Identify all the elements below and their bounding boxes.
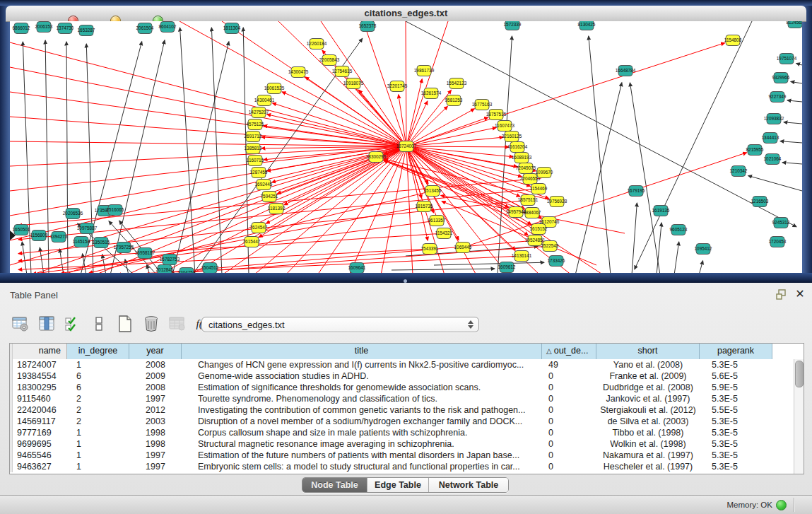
graph-node[interactable]: 1504512 bbox=[201, 263, 219, 274]
graph-node[interactable]: 22005843 bbox=[319, 55, 340, 66]
cell-out_degree[interactable]: 0 bbox=[542, 404, 596, 416]
graph-node[interactable]: 1615152 bbox=[530, 224, 548, 235]
graph-node[interactable]: 2516065 bbox=[107, 205, 124, 216]
column-header-in_degree[interactable]: in_degree bbox=[67, 344, 129, 359]
cell-year[interactable]: 1998 bbox=[129, 438, 182, 450]
cell-out_degree[interactable]: 0 bbox=[542, 370, 596, 382]
graph-node[interactable]: 11607473 bbox=[495, 121, 514, 132]
cell-out_degree[interactable]: 0 bbox=[542, 438, 596, 450]
graph-node[interactable]: 2006153 bbox=[35, 22, 53, 33]
cell-title[interactable]: Genome-wide association studies in ADHD. bbox=[182, 370, 542, 382]
cell-name[interactable]: 9463627 bbox=[13, 461, 67, 472]
graph-node[interactable]: 9605123 bbox=[670, 225, 688, 235]
graph-node[interactable]: 1619135 bbox=[652, 206, 670, 216]
cell-pagerank[interactable]: 5.6E-5 bbox=[700, 370, 772, 382]
tab-edge-table[interactable]: Edge Table bbox=[367, 478, 429, 492]
cell-name[interactable]: 9777169 bbox=[13, 427, 67, 438]
cell-name[interactable]: 18724007 bbox=[13, 359, 67, 370]
cell-in_degree[interactable]: 1 bbox=[67, 461, 129, 472]
cell-out_degree[interactable]: 0 bbox=[542, 427, 596, 438]
graph-node[interactable]: 19861739 bbox=[414, 66, 435, 76]
cell-name[interactable]: 22420046 bbox=[13, 404, 67, 416]
graph-node[interactable]: 14300475 bbox=[288, 67, 309, 78]
cell-out_degree[interactable]: 0 bbox=[542, 461, 596, 472]
network-canvas[interactable]: 6866012200615313747301653287206150486041… bbox=[10, 21, 802, 275]
table-row[interactable]: 911546021997Tourette syndrome. Phenomeno… bbox=[10, 393, 804, 404]
graph-node[interactable]: 17957255 bbox=[114, 243, 134, 253]
graph-node[interactable]: 14300461 bbox=[254, 95, 275, 106]
table-row[interactable]: 1830029562008Estimation of significance … bbox=[10, 382, 804, 393]
graph-node[interactable]: 16775163 bbox=[472, 100, 493, 110]
graph-node[interactable]: 1385813 bbox=[245, 144, 262, 154]
cell-in_degree[interactable]: 1 bbox=[67, 450, 129, 461]
column-header-short[interactable]: short bbox=[596, 344, 700, 359]
cell-pagerank[interactable]: 5.3E-5 bbox=[700, 359, 772, 370]
cell-pagerank[interactable]: 5.3E-5 bbox=[700, 461, 772, 472]
graph-node[interactable]: 8130425 bbox=[578, 21, 596, 30]
graph-node[interactable]: 7543391 bbox=[421, 244, 439, 255]
graph-node[interactable]: 14136141 bbox=[512, 251, 532, 262]
cell-year[interactable]: 1997 bbox=[129, 450, 182, 461]
graph-node[interactable]: 1811304 bbox=[223, 23, 241, 34]
graph-node[interactable]: 1679195 bbox=[628, 186, 645, 197]
graph-node[interactable]: 32201745 bbox=[387, 81, 408, 92]
graph-node[interactable]: 1652378 bbox=[359, 21, 377, 32]
table-row[interactable]: 1456911722003Disruption of a novel membe… bbox=[10, 416, 804, 427]
graph-node[interactable]: 1650501 bbox=[13, 225, 30, 235]
graph-node[interactable]: 1513455 bbox=[424, 186, 442, 197]
cell-short[interactable]: Franke et al. (2009) bbox=[596, 370, 700, 382]
graph-node[interactable]: 16061525 bbox=[264, 83, 285, 94]
cell-pagerank[interactable]: 5.3E-5 bbox=[700, 427, 772, 438]
graph-node[interactable]: 2061504 bbox=[136, 23, 154, 34]
graph-node[interactable]: 1394273 bbox=[50, 232, 68, 243]
cell-year[interactable]: 2003 bbox=[129, 416, 182, 427]
cell-title[interactable]: Estimation of the future numbers of pati… bbox=[182, 450, 542, 461]
graph-node[interactable]: 12260184 bbox=[307, 39, 327, 49]
table-row[interactable]: 1872400712008Changes of HCN gene express… bbox=[10, 359, 804, 370]
graph-node[interactable]: 20206536 bbox=[63, 209, 83, 219]
cell-in_degree[interactable]: 6 bbox=[67, 382, 129, 393]
column-header-title[interactable]: title bbox=[182, 344, 542, 359]
cell-year[interactable]: 2012 bbox=[129, 404, 182, 416]
graph-node[interactable]: 1099670 bbox=[536, 168, 553, 178]
graph-node[interactable]: 12093832 bbox=[764, 114, 784, 124]
graph-node[interactable]: 6866012 bbox=[13, 23, 30, 34]
cell-out_degree[interactable]: 0 bbox=[542, 393, 596, 404]
stacked-squares-icon[interactable] bbox=[88, 313, 110, 334]
cell-short[interactable]: Tibbo et al. (1998) bbox=[596, 427, 700, 438]
cell-out_degree[interactable]: 0 bbox=[542, 450, 596, 461]
graph-node[interactable]: 2522543 bbox=[541, 241, 559, 252]
graph-node[interactable]: 9884067 bbox=[524, 208, 541, 218]
cell-title[interactable]: Corpus callosum shape and size in male p… bbox=[182, 427, 542, 438]
column-header-name[interactable]: name bbox=[13, 344, 67, 359]
table-select-dropdown[interactable]: citations_edges.txt bbox=[201, 317, 479, 332]
delete-column-icon[interactable] bbox=[141, 313, 162, 334]
graph-node[interactable]: 1609612 bbox=[498, 262, 516, 273]
graph-node[interactable]: 1154321 bbox=[435, 228, 453, 239]
graph-node[interactable]: 1021064 bbox=[764, 154, 782, 165]
cell-year[interactable]: 1998 bbox=[129, 427, 182, 438]
graph-node[interactable]: 1216503 bbox=[751, 197, 769, 207]
graph-node[interactable]: 1572339 bbox=[504, 21, 522, 30]
cell-year[interactable]: 1997 bbox=[129, 461, 182, 472]
cell-pagerank[interactable]: 5.3E-5 bbox=[700, 450, 772, 461]
graph-node[interactable]: 12754615 bbox=[332, 66, 353, 77]
cell-name[interactable]: 19384554 bbox=[13, 370, 67, 382]
graph-node[interactable]: 9329966 bbox=[772, 73, 790, 83]
cell-out_degree[interactable]: 0 bbox=[542, 382, 596, 393]
cell-title[interactable]: Structural magnetic resonance image aver… bbox=[182, 438, 542, 450]
graph-node[interactable]: 1720453 bbox=[769, 237, 787, 247]
graph-node[interactable]: 1210342 bbox=[730, 166, 748, 177]
cell-year[interactable]: 2009 bbox=[129, 370, 182, 382]
table-row[interactable]: 969969511998Structural magnetic resonanc… bbox=[10, 438, 804, 450]
cell-name[interactable]: 18300295 bbox=[13, 382, 67, 393]
graph-node[interactable]: 7615447 bbox=[243, 237, 261, 247]
graph-node[interactable]: 1733426 bbox=[548, 256, 565, 267]
graph-node[interactable]: 4575125 bbox=[247, 119, 264, 130]
graph-node[interactable]: 9227349 bbox=[769, 92, 787, 103]
graph-node[interactable]: 9245312 bbox=[772, 218, 790, 228]
network-window-titlebar[interactable]: citations_edges.txt bbox=[6, 6, 806, 22]
tab-node-table[interactable]: Node Table bbox=[302, 478, 367, 492]
cell-in_degree[interactable]: 1 bbox=[67, 359, 129, 370]
graph-node[interactable]: 41616204 bbox=[507, 142, 528, 153]
